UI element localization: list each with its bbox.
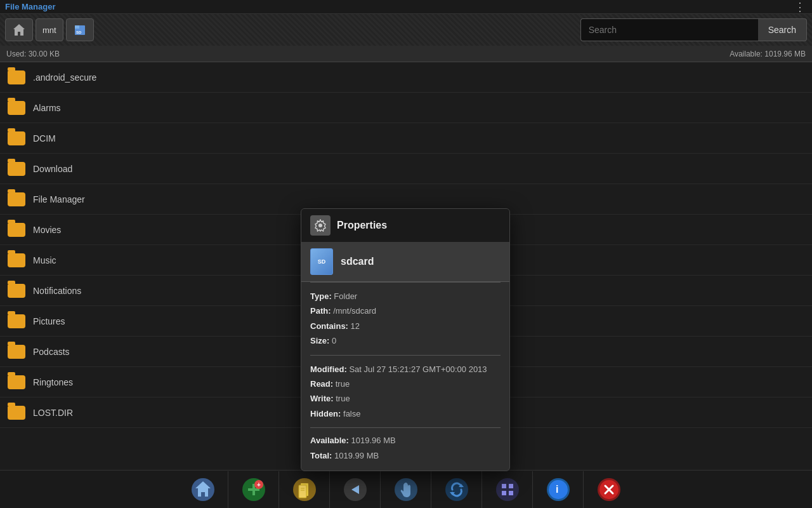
folder-icon [8, 345, 25, 359]
prop-contains: Contains: 12 [310, 319, 501, 333]
folder-icon [8, 253, 25, 267]
tool-add-icon: + [242, 478, 266, 502]
app-title: File Manager [5, 2, 55, 11]
tool-refresh[interactable] [431, 471, 482, 508]
titlebar: File Manager ⋮ [0, 0, 812, 14]
svg-text:SD: SD [76, 30, 82, 34]
mnt-label: mnt [43, 25, 56, 35]
svg-rect-14 [299, 485, 306, 498]
folder-icon [8, 70, 25, 84]
search-button[interactable]: Search [758, 18, 807, 41]
statusbar: Used: 30.00 KB Available: 1019.96 MB [0, 46, 812, 62]
search-input[interactable] [580, 18, 758, 41]
svg-rect-24 [502, 484, 506, 488]
folder-icon [8, 223, 25, 237]
folder-icon [8, 131, 25, 145]
list-item[interactable]: Alarms [0, 93, 812, 123]
used-space: Used: 30.00 KB [6, 50, 60, 58]
svg-rect-25 [509, 484, 513, 488]
available-space: Available: 1019.96 MB [730, 50, 806, 58]
sdcard-nav-icon: SD [73, 23, 87, 37]
svg-rect-26 [502, 491, 506, 495]
svg-text:i: i [556, 484, 558, 495]
available-value: 1019.96 MB [351, 436, 396, 445]
dialog-modified: Modified: Sat Jul 27 15:21:27 GMT+00:00 … [301, 356, 509, 428]
tool-touch[interactable] [381, 471, 431, 508]
size-value: 0 [332, 336, 336, 345]
tool-grid-icon [495, 478, 520, 502]
folder-icon [8, 314, 25, 328]
tool-clipboard-icon [292, 478, 317, 502]
svg-rect-2 [75, 25, 79, 29]
tool-add[interactable]: + [228, 471, 279, 508]
bottombar: + [0, 470, 812, 508]
type-value: Folder [334, 291, 357, 301]
write-value: true [336, 394, 350, 403]
search-area: Search [580, 18, 807, 41]
dialog-filename: sdcard [341, 256, 374, 267]
sdcard-breadcrumb[interactable]: SD [66, 18, 94, 41]
svg-marker-0 [13, 24, 25, 36]
contains-label: Contains: [310, 321, 348, 331]
modified-label: Modified: [310, 364, 347, 374]
prop-available: Available: 1019.96 MB [310, 433, 501, 448]
write-label: Write: [310, 394, 334, 403]
read-label: Read: [310, 379, 333, 389]
total-label: Total: [310, 451, 332, 460]
file-name: Music [33, 255, 56, 265]
tool-refresh-icon [445, 478, 469, 502]
file-name: .android_secure [33, 72, 96, 83]
available-label: Available: [310, 436, 349, 445]
prop-size: Size: 0 [310, 333, 501, 348]
folder-icon [8, 101, 25, 115]
size-label: Size: [310, 336, 329, 345]
prop-read: Read: true [310, 377, 501, 391]
dialog-title: Properties [337, 220, 387, 231]
file-name: Pictures [33, 316, 65, 326]
tool-clipboard[interactable] [279, 471, 330, 508]
folder-icon [8, 162, 25, 176]
file-name: Alarms [33, 103, 61, 113]
file-name: DCIM [33, 133, 56, 144]
tool-close-icon [597, 478, 621, 502]
home-button[interactable] [5, 18, 33, 41]
mnt-breadcrumb[interactable]: mnt [36, 18, 63, 41]
dialog-storage: Available: 1019.96 MB Total: 1019.99 MB [301, 428, 509, 471]
svg-point-4 [318, 224, 322, 227]
modified-value: Sat Jul 27 15:21:27 GMT+00:00 2013 [349, 364, 487, 374]
file-name: Notifications [33, 286, 81, 296]
list-item[interactable]: Download [0, 154, 812, 184]
list-item[interactable]: DCIM [0, 123, 812, 154]
dialog-properties: Type: Folder Path: /mnt/sdcard Contains:… [301, 283, 509, 355]
tool-info[interactable]: i [533, 471, 584, 508]
tool-info-icon: i [546, 478, 570, 502]
prop-path: Path: /mnt/sdcard [310, 304, 501, 318]
hidden-label: Hidden: [310, 409, 341, 418]
properties-dialog: Properties sdcard Type: Folder Path: /mn… [301, 208, 510, 471]
folder-icon [8, 192, 25, 206]
menu-icon[interactable]: ⋮ [794, 0, 807, 14]
file-name: File Manager [33, 194, 85, 204]
sdcard-file-icon [310, 248, 333, 275]
tool-home-icon [191, 478, 215, 502]
prop-write: Write: true [310, 391, 501, 406]
type-label: Type: [310, 291, 332, 301]
tool-close[interactable] [584, 471, 634, 508]
dialog-content: sdcard Type: Folder Path: /mnt/sdcard Co… [301, 242, 509, 471]
prop-type: Type: Folder [310, 289, 501, 304]
file-name: Movies [33, 225, 61, 235]
list-item[interactable]: .android_secure [0, 62, 812, 93]
folder-icon [8, 284, 25, 298]
navbar: mnt SD Search [0, 14, 812, 46]
path-value: /mnt/sdcard [333, 306, 376, 316]
prop-total: Total: 1019.99 MB [310, 448, 501, 463]
total-value: 1019.99 MB [334, 451, 379, 460]
svg-rect-27 [509, 491, 513, 495]
folder-icon [8, 406, 25, 420]
tool-home[interactable] [178, 471, 228, 508]
home-icon [12, 23, 26, 37]
file-name: LOST.DIR [33, 408, 73, 418]
file-name: Podcasts [33, 347, 70, 357]
tool-grid[interactable] [482, 471, 533, 508]
tool-back[interactable] [330, 471, 381, 508]
